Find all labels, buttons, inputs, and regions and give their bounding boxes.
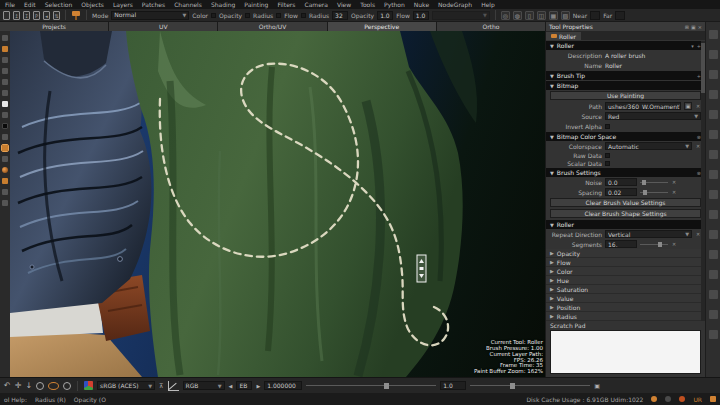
menu-objects[interactable]: Objects	[77, 1, 108, 8]
tool-properties-titlebar[interactable]: Tool Properties ⊞ ▣ ×	[545, 22, 705, 31]
prev-icon[interactable]: ◀	[229, 381, 233, 391]
section-brush-settings[interactable]: ▼Brush Settings ⊗	[546, 168, 705, 177]
dock-projectors-icon[interactable]	[709, 210, 718, 219]
checker-tool-icon[interactable]	[2, 200, 8, 206]
section-opacity-collapsed[interactable]: ▶Opacity	[546, 249, 705, 258]
eyedropper-icon[interactable]	[2, 112, 8, 118]
undo-stroke-icon[interactable]: ↶	[4, 381, 11, 391]
section-bitmap-color-space[interactable]: ▼Bitmap Color Space ⊗	[546, 132, 705, 141]
menu-python[interactable]: Python	[380, 1, 409, 8]
next-icon[interactable]: ▶	[256, 381, 260, 391]
flow-field[interactable]: 1.0	[413, 11, 429, 20]
section-roller[interactable]: ▼Roller ▾ +	[546, 41, 705, 50]
panel-dock-icon[interactable]: ⊞	[685, 24, 689, 30]
menu-layers[interactable]: Layers	[109, 1, 137, 8]
archive-icon[interactable]: ⇅	[53, 11, 60, 20]
section-value-collapsed[interactable]: ▶Value	[546, 294, 705, 303]
menu-nodegraph[interactable]: NodeGraph	[434, 1, 476, 8]
background-color-swatch[interactable]	[2, 123, 8, 129]
near-field[interactable]	[590, 11, 600, 20]
repeat-direction-dropdown[interactable]: Vertical▼	[605, 230, 692, 238]
mirror-icon[interactable]: ▯	[525, 11, 534, 20]
menu-tools[interactable]: Tools	[356, 1, 379, 8]
material-sphere-icon[interactable]	[2, 167, 8, 173]
section-brush-tip[interactable]: ▼Brush Tip +	[546, 71, 705, 80]
browse-file-icon[interactable]: ▣	[684, 102, 692, 110]
move-buffer-icon[interactable]: ✛	[15, 381, 22, 391]
blur-tool-icon[interactable]	[2, 156, 8, 162]
open-project-icon[interactable]: ↥	[13, 11, 20, 20]
segments-clear-icon[interactable]: ✕	[671, 241, 677, 247]
menu-nuke[interactable]: Nuke	[410, 1, 433, 8]
dock-settings-icon[interactable]	[709, 70, 718, 79]
lut-curve-icon[interactable]	[168, 381, 179, 391]
new-project-icon[interactable]	[3, 11, 10, 20]
end-toggle-icon[interactable]: ▣	[594, 381, 600, 391]
invert-alpha-checkbox[interactable]	[605, 124, 610, 129]
section-menu-icon[interactable]: ▾	[691, 43, 694, 49]
zoom-tool-icon[interactable]	[2, 57, 8, 63]
section-roller-settings[interactable]: ▼Roller	[546, 220, 705, 229]
dock-modo-icon[interactable]	[709, 290, 718, 299]
flow-checkbox[interactable]	[301, 13, 306, 18]
select-tool-icon[interactable]	[2, 35, 8, 41]
section-hue-collapsed[interactable]: ▶Hue	[546, 276, 705, 285]
radius-checkbox[interactable]	[276, 13, 281, 18]
mask-icon[interactable]: ◫	[537, 11, 546, 20]
status-ur-icon[interactable]: UR	[693, 396, 702, 403]
segments-field[interactable]: 16.	[605, 240, 637, 248]
status-warning-icon[interactable]	[651, 396, 657, 402]
dock-canvas-icon[interactable]	[709, 310, 718, 319]
gain-field[interactable]: 1.000000	[264, 381, 302, 390]
paint-mode-dropdown[interactable]: Normal▼	[111, 11, 189, 20]
dock-channels-icon[interactable]	[709, 110, 718, 119]
tab-perspective[interactable]: Perspective	[328, 22, 436, 31]
stencil-tool-icon[interactable]	[2, 178, 8, 184]
import-icon[interactable]: P	[33, 11, 40, 20]
pen-tool-icon[interactable]	[2, 90, 8, 96]
opacity-checkbox[interactable]	[245, 13, 250, 18]
menu-patches[interactable]: Patches	[138, 1, 169, 8]
radius-field[interactable]: 32	[332, 11, 348, 20]
stencil-icon[interactable]: ▦	[549, 11, 558, 20]
menu-filters[interactable]: Filters	[273, 1, 299, 8]
dock-shaders-icon[interactable]	[709, 150, 718, 159]
spacing-clear-icon[interactable]: ✕	[671, 189, 677, 195]
viewport-canvas[interactable]: Current Tool: Roller Brush Pressure: 1.0…	[10, 31, 545, 377]
status-user-icon[interactable]	[679, 396, 685, 402]
noise-slider[interactable]	[640, 182, 668, 183]
clip-icon[interactable]: ▧	[561, 11, 570, 20]
section-flow-collapsed[interactable]: ▶Flow	[546, 258, 705, 267]
raw-data-checkbox[interactable]	[605, 153, 610, 158]
scalar-data-checkbox[interactable]	[605, 161, 610, 166]
gain-slider[interactable]	[306, 385, 436, 386]
use-painting-button[interactable]: Use Painting	[550, 91, 701, 100]
circle-brush-icon[interactable]	[36, 382, 44, 390]
paint-buffer-icon[interactable]: ◍	[513, 11, 522, 20]
menu-selection[interactable]: Selection	[41, 1, 77, 8]
dock-patches-icon[interactable]	[709, 190, 718, 199]
dot-tool-icon[interactable]	[2, 189, 8, 195]
tab-ortho[interactable]: Ortho	[437, 22, 545, 31]
roller-tool-selected-icon[interactable]	[2, 145, 8, 151]
transform-tool-icon[interactable]	[2, 46, 8, 52]
dock-python-icon[interactable]	[709, 270, 718, 279]
roller-tool-icon[interactable]	[71, 10, 81, 20]
menu-file[interactable]: File	[1, 1, 19, 8]
clear-brush-value-button[interactable]: Clear Brush Value Settings	[550, 198, 701, 207]
section-bitmap[interactable]: ▼Bitmap	[546, 81, 705, 90]
color-manager-icon[interactable]	[84, 381, 93, 390]
dock-history-icon[interactable]	[709, 90, 718, 99]
scratch-pad-canvas[interactable]	[550, 330, 701, 374]
far-field[interactable]	[615, 11, 625, 20]
dock-stats-icon[interactable]	[709, 330, 718, 339]
dock-image-manager-icon[interactable]	[709, 230, 718, 239]
roller-properties-tab[interactable]: Roller	[546, 32, 581, 40]
ellipse-brush-selected-icon[interactable]	[48, 382, 59, 390]
section-color-collapsed[interactable]: ▶Color	[546, 267, 705, 276]
section-saturation-collapsed[interactable]: ▶Saturation	[546, 285, 705, 294]
spacing-slider[interactable]	[640, 192, 668, 193]
section-radius-collapsed[interactable]: ▶Radius	[546, 312, 705, 321]
color-checkbox[interactable]	[211, 13, 216, 18]
bake-down-icon[interactable]: ↓	[25, 381, 32, 391]
